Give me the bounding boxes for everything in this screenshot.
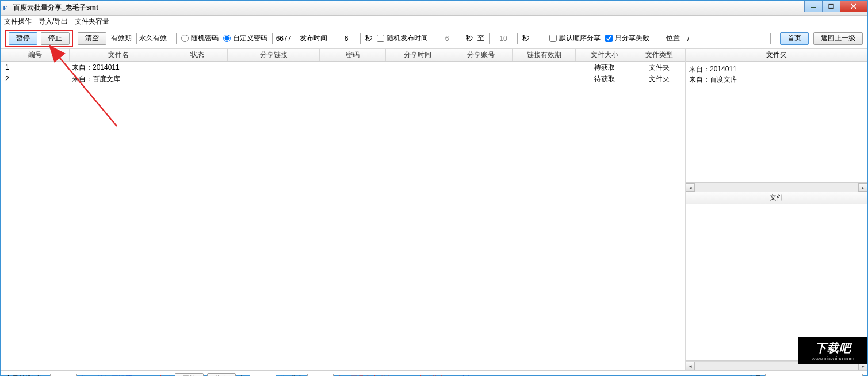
files-panel-header: 文件 (686, 192, 867, 204)
col-name[interactable]: 文件名 (70, 49, 167, 61)
home-button[interactable]: 首页 (780, 32, 809, 45)
seconds-label: 秒 (365, 33, 372, 43)
pause-button[interactable]: 暂停 (9, 32, 37, 45)
watermark-text: 下载吧 (815, 340, 851, 356)
folders-scrollbar[interactable]: ◂▸ (686, 183, 867, 192)
publish-time-input[interactable] (332, 33, 361, 44)
content-area: 编号 文件名 状态 分享链接 密码 分享时间 分享账号 链接有效期 文件大小 文… (1, 49, 867, 370)
list-item[interactable]: 来自：百度文库 (689, 74, 864, 85)
location-input[interactable] (685, 33, 771, 44)
col-linkexp[interactable]: 链接有效期 (513, 49, 576, 61)
expiry-input[interactable] (136, 33, 177, 44)
col-id[interactable]: 编号 (1, 49, 70, 61)
custom-password-radio[interactable]: 自定义密码 (223, 33, 267, 43)
col-link[interactable]: 分享链接 (228, 49, 320, 61)
col-time[interactable]: 分享时间 (386, 49, 449, 61)
table-row[interactable]: 2来自：百度文库待获取文件夹 (1, 73, 685, 85)
capacity-check-input[interactable] (50, 374, 77, 377)
seconds-label-3: 秒 (522, 33, 529, 43)
watermark-url: www.xiazaiba.com (812, 356, 854, 362)
col-pwd[interactable]: 密码 (320, 49, 386, 61)
minimize-button[interactable] (804, 1, 823, 12)
random-password-radio[interactable]: 随机密码 (181, 33, 219, 43)
watermark: 下载吧 www.xiazaiba.com (798, 337, 867, 364)
col-size[interactable]: 文件大小 (576, 49, 633, 61)
clear-button[interactable]: 清空 (78, 32, 106, 45)
app-window: F 百度云批量分享_老毛子smt 文件操作 导入/导出 文件夹容量 暂停 停止 … (0, 0, 868, 376)
scroll-left-icon[interactable]: ◂ (686, 183, 695, 192)
folders-panel-body[interactable]: 来自：2014011来自：百度文库 (686, 62, 867, 183)
maximize-button[interactable] (822, 1, 840, 12)
col-status[interactable]: 状态 (167, 49, 228, 61)
window-controls (805, 1, 867, 12)
share-count-input[interactable] (307, 374, 334, 377)
every-input[interactable] (250, 374, 276, 377)
table-row[interactable]: 1来自：2014011待获取文件夹 (1, 62, 685, 73)
scroll-right-icon[interactable]: ▸ (858, 183, 867, 192)
main-grid-pane: 编号 文件名 状态 分享链接 密码 分享时间 分享账号 链接有效期 文件大小 文… (1, 49, 686, 370)
password-input[interactable] (272, 33, 295, 44)
folders-panel-header: 文件夹 (686, 49, 867, 62)
grid-header: 编号 文件名 状态 分享链接 密码 分享时间 分享账号 链接有效期 文件大小 文… (1, 49, 685, 62)
window-title: 百度云批量分享_老毛子smt (13, 3, 98, 13)
menu-folder-capacity[interactable]: 文件夹容量 (75, 17, 109, 26)
random-from-input[interactable] (433, 33, 461, 44)
close-button[interactable] (840, 1, 867, 12)
menu-file[interactable]: 文件操作 (4, 17, 32, 26)
app-icon: F (3, 4, 11, 12)
to-label: 至 (477, 33, 484, 43)
scroll-left-icon[interactable]: ◂ (686, 362, 695, 370)
stop-button[interactable]: 停止 (41, 32, 70, 45)
stop-timer-button[interactable]: 停止 (207, 373, 236, 377)
highlight-box: 暂停 停止 (5, 30, 73, 47)
statusbar: 容量检测时间 秒（默认0不设置） 定时 开始 停止 每 分 分享 条（不足分享剩… (1, 370, 867, 376)
col-type[interactable]: 文件类型 (633, 49, 685, 61)
toolbar: 暂停 停止 清空 有效期 随机密码 自定义密码 发布时间 秒 随机发布时间 秒 … (1, 28, 867, 49)
random-to-input[interactable] (489, 33, 518, 44)
col-acct[interactable]: 分享账号 (449, 49, 513, 61)
titlebar[interactable]: F 百度云批量分享_老毛子smt (1, 1, 867, 16)
seconds-label-2: 秒 (466, 33, 473, 43)
random-publish-checkbox[interactable]: 随机发布时间 (377, 33, 428, 43)
default-order-checkbox[interactable]: 默认顺序分享 (549, 33, 601, 43)
side-pane: 文件夹 来自：2014011来自：百度文库 ◂▸ 文件 ◂▸ (686, 49, 867, 370)
publish-time-label: 发布时间 (300, 33, 327, 43)
menubar: 文件操作 导入/导出 文件夹容量 (1, 16, 867, 28)
capacity-value (765, 374, 863, 377)
grid-body[interactable]: 1来自：2014011待获取文件夹2来自：百度文库待获取文件夹 (1, 62, 685, 370)
menu-import-export[interactable]: 导入/导出 (39, 17, 68, 26)
back-button[interactable]: 返回上一级 (813, 32, 863, 45)
location-label: 位置 (666, 33, 680, 43)
start-button[interactable]: 开始 (175, 373, 204, 377)
list-item[interactable]: 来自：2014011 (689, 64, 864, 74)
svg-rect-2 (829, 4, 833, 8)
expiry-label: 有效期 (111, 33, 132, 43)
only-failed-checkbox[interactable]: 只分享失败 (605, 33, 649, 43)
